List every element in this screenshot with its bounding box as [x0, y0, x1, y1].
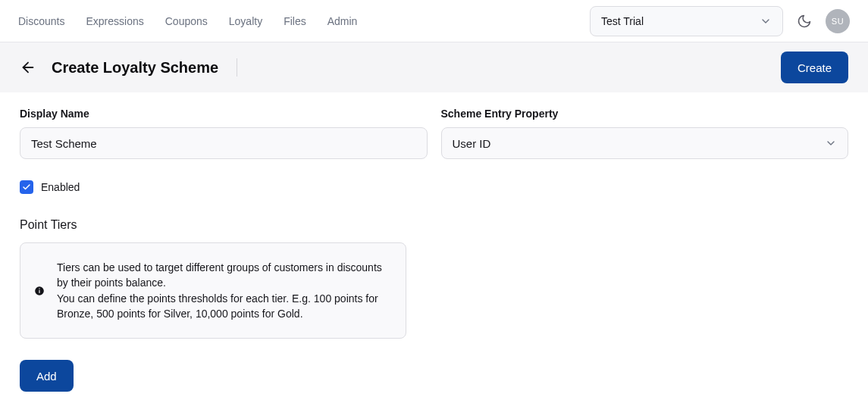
page-title: Create Loyalty Scheme	[52, 59, 218, 77]
nav-admin[interactable]: Admin	[327, 15, 358, 27]
display-name-label: Display Name	[20, 108, 428, 120]
scheme-entry-value: User ID	[453, 137, 491, 150]
back-button[interactable]	[20, 59, 36, 76]
svg-rect-2	[39, 289, 39, 292]
scheme-entry-label: Scheme Entry Property	[441, 108, 849, 120]
tiers-info-text: Tiers can be used to target different gr…	[57, 260, 392, 321]
scheme-entry-select[interactable]: User ID	[441, 127, 849, 159]
chevron-down-icon	[825, 137, 837, 149]
field-scheme-entry: Scheme Entry Property User ID	[441, 108, 849, 159]
nav-loyalty[interactable]: Loyalty	[229, 15, 262, 27]
nav-expressions[interactable]: Expressions	[86, 15, 143, 27]
topbar: Discounts Expressions Coupons Loyalty Fi…	[0, 0, 868, 42]
form-body: Display Name Scheme Entry Property User …	[0, 92, 868, 400]
tiers-info-line1: Tiers can be used to target different gr…	[57, 261, 382, 289]
form-row-1: Display Name Scheme Entry Property User …	[20, 108, 848, 159]
field-display-name: Display Name	[20, 108, 428, 159]
divider	[237, 58, 237, 77]
create-button[interactable]: Create	[781, 52, 848, 83]
user-avatar[interactable]: SU	[826, 9, 850, 33]
main-nav: Discounts Expressions Coupons Loyalty Fi…	[18, 15, 357, 27]
svg-rect-3	[39, 288, 39, 289]
chevron-down-icon	[760, 15, 772, 27]
enabled-row: Enabled	[20, 180, 848, 194]
page-header: Create Loyalty Scheme Create	[0, 42, 868, 92]
display-name-input-wrapper	[20, 127, 428, 159]
nav-discounts[interactable]: Discounts	[18, 15, 64, 27]
enabled-checkbox[interactable]	[20, 180, 33, 194]
enabled-label: Enabled	[41, 181, 80, 193]
header-left: Create Loyalty Scheme	[20, 58, 237, 77]
display-name-input[interactable]	[31, 137, 416, 150]
point-tiers-heading: Point Tiers	[20, 218, 848, 232]
tiers-info-line2: You can define the points thresholds for…	[57, 292, 378, 320]
dark-mode-toggle[interactable]	[797, 14, 812, 29]
nav-files[interactable]: Files	[284, 15, 306, 27]
avatar-initials: SU	[832, 17, 844, 26]
org-selector-value: Test Trial	[601, 15, 644, 27]
tiers-info-box: Tiers can be used to target different gr…	[20, 242, 406, 339]
nav-coupons[interactable]: Coupons	[165, 15, 208, 27]
topbar-right: Test Trial SU	[590, 6, 850, 36]
info-icon	[34, 286, 45, 296]
org-selector[interactable]: Test Trial	[590, 6, 783, 36]
add-tier-button[interactable]: Add	[20, 360, 74, 392]
